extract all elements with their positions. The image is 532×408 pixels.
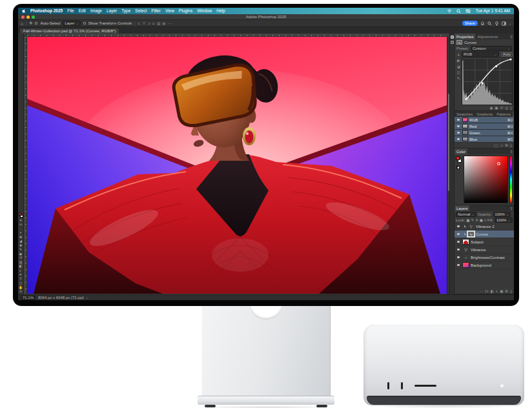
move-tool[interactable]: ✛ [19, 219, 22, 222]
type-tool[interactable]: T [19, 278, 21, 281]
collapsed-panel-icon[interactable] [451, 36, 454, 39]
panel-footer-icon[interactable]: ▣ [500, 289, 503, 293]
channel-row[interactable]: RGB ⌘2 [455, 117, 514, 123]
layer-row[interactable]: Vibrance [455, 246, 514, 254]
workspace-icon[interactable] [502, 21, 506, 26]
visibility-eye-icon[interactable] [456, 241, 461, 243]
chevron-down-icon[interactable]: ⌄ [509, 21, 511, 25]
layer-thumbnail[interactable] [462, 247, 469, 252]
auto-select-target-dropdown[interactable]: Layer ⌄ [63, 21, 80, 26]
lock-icon[interactable]: ▦ [466, 218, 469, 222]
layer-name[interactable]: Subject [471, 240, 484, 244]
panel-footer-icon[interactable]: ▭ [500, 143, 503, 147]
align-icon[interactable]: ⊔ [152, 21, 155, 25]
curves-tool-icon[interactable]: ✎ [457, 76, 460, 80]
align-icon[interactable]: ▤ [162, 21, 165, 25]
tab-channels[interactable]: Channels [513, 111, 514, 117]
channel-dropdown[interactable]: RGB ⌄ [462, 52, 499, 57]
background-color-swatch[interactable] [20, 215, 23, 218]
blend-mode-dropdown[interactable]: Normal ⌄ [456, 212, 476, 217]
auto-button[interactable]: Auto [501, 52, 513, 57]
scrollbar-thumb[interactable] [448, 94, 449, 192]
menubar-item[interactable]: Layer [107, 9, 117, 14]
menubar-item[interactable]: Edit [79, 9, 86, 14]
layer-name[interactable]: Background [471, 263, 491, 267]
tab-swatches[interactable]: Swatches [455, 111, 475, 117]
visibility-eye-icon[interactable] [456, 264, 461, 266]
curves-tool-icon[interactable]: ◪ [457, 65, 460, 68]
panel-footer-icon[interactable]: ⊞ [505, 143, 508, 147]
visibility-eye-icon[interactable] [456, 256, 461, 258]
panel-footer-icon[interactable]: ◧ [491, 289, 494, 293]
panel-footer-icon[interactable]: ▯ [510, 289, 512, 293]
menubar-item[interactable]: Select [135, 9, 147, 14]
healing-tool[interactable]: ✚ [19, 244, 22, 247]
visibility-eye-icon[interactable] [456, 225, 461, 227]
layer-row[interactable]: Brightness/Contrast [455, 254, 514, 261]
lock-icon[interactable]: ◊ [484, 218, 486, 222]
search-icon[interactable] [456, 9, 461, 14]
panel-menu-icon[interactable]: ≡ [510, 35, 514, 39]
panel-footer-icon[interactable]: ▣ [495, 106, 498, 110]
panel-footer-icon[interactable]: ⋯ [479, 289, 483, 293]
hue-slider[interactable] [509, 156, 513, 203]
marquee-tool[interactable]: ▭ [19, 223, 23, 226]
menubar-item[interactable]: View [165, 9, 174, 14]
fill-dropdown[interactable]: 100% ⌄ [495, 218, 513, 223]
search-icon[interactable] [487, 21, 492, 26]
align-icon[interactable]: ⊓ [143, 21, 145, 25]
curves-tool-icon[interactable]: ◫ [457, 70, 460, 74]
zoom-tool[interactable]: ⊙ [19, 290, 22, 293]
shape-tool[interactable]: ◻ [19, 281, 22, 285]
pen-tool[interactable]: ✒ [19, 273, 22, 276]
menubar-item[interactable]: Image [90, 9, 102, 14]
share-button[interactable]: Share [462, 21, 478, 26]
align-icon[interactable]: ⋯ [168, 21, 172, 25]
bell-icon[interactable] [480, 21, 485, 26]
panel-footer-icon[interactable]: ▯ [510, 106, 512, 110]
panel-footer-icon[interactable]: ↺ [500, 106, 504, 110]
menubar-item[interactable]: Filter [151, 9, 160, 14]
layer-name[interactable]: Vibrance [471, 248, 486, 252]
layer-thumbnail[interactable] [467, 223, 475, 229]
layer-row[interactable]: Vibrance 2 [455, 223, 514, 230]
tab-color[interactable]: Color [455, 148, 467, 154]
visibility-eye-icon[interactable] [456, 138, 461, 140]
gradient-tool[interactable]: ◧ [19, 265, 23, 268]
magic-wand-tool[interactable]: ⌖ [20, 231, 22, 234]
color-chips[interactable] [19, 212, 23, 218]
tab-adjustments[interactable]: Adjustments [475, 34, 500, 39]
panel-footer-icon[interactable]: ◯ [494, 143, 498, 147]
home-icon[interactable]: ⌂ [21, 21, 23, 26]
dodge-tool[interactable]: ◐ [19, 269, 21, 272]
layer-thumbnail[interactable] [467, 231, 475, 237]
eraser-tool[interactable]: ▨ [19, 261, 23, 264]
brush-tool[interactable]: ✎ [19, 248, 22, 251]
panel-footer-icon[interactable]: ƒx [485, 289, 489, 293]
layer-row[interactable]: Background [455, 261, 514, 269]
tab-gradients[interactable]: Gradients [475, 111, 495, 117]
menubar-item[interactable]: Type [121, 9, 130, 14]
layer-thumbnail[interactable] [462, 262, 469, 268]
panel-footer-icon[interactable]: ◉ [490, 106, 493, 110]
preset-dropdown[interactable]: Custom ⌄ [471, 46, 512, 51]
visibility-eye-icon[interactable] [456, 249, 461, 250]
tab-properties[interactable]: Properties [455, 34, 475, 39]
menubar-item[interactable]: Help [216, 9, 225, 14]
zoom-level-field[interactable]: 71.1% [21, 296, 36, 300]
eyedropper-tool[interactable]: ◢ [19, 240, 22, 243]
panel-footer-icon[interactable]: ⊞ [505, 289, 508, 293]
panel-menu-icon[interactable]: ≡ [510, 207, 514, 210]
channel-row[interactable]: Green ⌘4 [455, 130, 514, 136]
menubar-item[interactable]: File [67, 9, 74, 14]
wifi-icon[interactable] [447, 9, 452, 13]
layer-row[interactable]: Subject [455, 238, 514, 246]
panel-footer-icon[interactable]: ◐ [496, 289, 498, 293]
curves-tool-icon[interactable]: ✛ [457, 53, 460, 57]
layer-name[interactable]: Curves [476, 232, 488, 236]
channel-row[interactable]: Blue ⌘5 [455, 136, 514, 143]
lasso-tool[interactable]: ◌ [20, 227, 22, 230]
document-canvas[interactable] [27, 37, 447, 294]
lock-icon[interactable]: ✎ [471, 218, 475, 222]
panel-menu-icon[interactable]: ≡ [510, 150, 514, 154]
